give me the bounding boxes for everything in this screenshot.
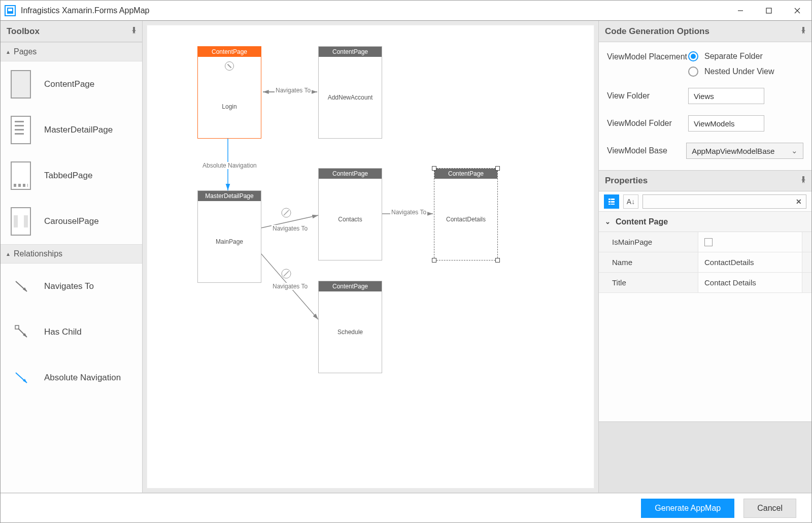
property-ismainpage-value[interactable] xyxy=(698,232,802,252)
tool-masterdetailpage[interactable]: MasterDetailPage xyxy=(1,107,142,153)
edge-label: Navigates To xyxy=(272,283,309,290)
toolbox-title: Toolbox xyxy=(7,26,40,37)
node-mainpage[interactable]: MasterDetailPage MainPage xyxy=(197,190,261,283)
node-login[interactable]: ContentPage Login xyxy=(197,46,261,139)
window-close-button[interactable] xyxy=(783,1,811,21)
node-addnewaccount[interactable]: ContentPage AddNewAccount xyxy=(318,46,382,139)
edge-label: Navigates To xyxy=(390,209,427,216)
codegen-title: Code Generation Options xyxy=(605,26,709,37)
radio-separate-folder[interactable]: Separate Folder xyxy=(688,51,803,61)
carouselpage-icon xyxy=(11,207,31,236)
properties-category[interactable]: ⌄ Content Page xyxy=(599,212,811,232)
selection-handle[interactable] xyxy=(495,258,500,263)
checkbox-icon[interactable] xyxy=(704,238,713,246)
canvas-area: ContentPage Login ContentPage AddNewAcco… xyxy=(143,21,598,493)
svg-rect-27 xyxy=(611,201,615,203)
app-title: Infragistics Xamarin.Forms AppMap xyxy=(21,6,149,15)
properties-spacer xyxy=(599,293,811,421)
clear-icon[interactable]: ✕ xyxy=(796,198,802,206)
cancel-button[interactable]: Cancel xyxy=(743,499,796,518)
chevron-down-icon: ⌄ xyxy=(605,218,611,225)
edge-label: Absolute Navigation xyxy=(201,162,258,169)
pin-icon[interactable] xyxy=(131,26,137,37)
pin-icon[interactable] xyxy=(800,26,806,37)
tabbedpage-icon xyxy=(11,161,31,190)
node-type-label: ContentPage xyxy=(319,169,382,179)
alphabetical-view-button[interactable]: A↓ xyxy=(623,194,638,209)
node-type-label: MasterDetailPage xyxy=(198,191,261,201)
svg-point-21 xyxy=(282,269,291,278)
chevron-down-icon: ⌄ xyxy=(791,146,798,155)
viewmodel-folder-label: ViewModel Folder xyxy=(607,118,688,129)
navigates-arrow-icon xyxy=(13,277,31,296)
tool-absolute-navigation[interactable]: Absolute Navigation xyxy=(1,355,142,401)
svg-rect-9 xyxy=(15,325,19,329)
svg-point-18 xyxy=(282,208,291,217)
edge-label: Navigates To xyxy=(275,87,312,94)
svg-rect-4 xyxy=(766,8,771,13)
properties-description-area xyxy=(599,421,811,493)
selection-handle[interactable] xyxy=(495,166,500,171)
properties-toolbar: A↓ ✕ xyxy=(599,191,811,212)
haschild-arrow-icon xyxy=(13,323,31,341)
property-title-value[interactable]: Contact Details xyxy=(698,273,802,292)
codegen-body: ViewModel Placement Separate Folder Nest… xyxy=(599,42,811,170)
toolbox-panel: Toolbox ▴ Pages ContentPage MasterDetail… xyxy=(1,21,143,493)
toolbox-section-pages[interactable]: ▴ Pages xyxy=(1,42,142,61)
toolbox-section-relationships[interactable]: ▴ Relationships xyxy=(1,244,142,264)
node-type-label: ContentPage xyxy=(198,47,261,57)
svg-rect-2 xyxy=(8,11,13,13)
chevron-up-icon: ▴ xyxy=(7,48,10,55)
node-type-label: ContentPage xyxy=(434,169,497,179)
generate-appmap-button[interactable]: Generate AppMap xyxy=(641,499,734,518)
title-bar: Infragistics Xamarin.Forms AppMap xyxy=(1,1,811,21)
tool-carouselpage[interactable]: CarouselPage xyxy=(1,199,142,244)
svg-line-22 xyxy=(284,271,289,276)
window-maximize-button[interactable] xyxy=(755,1,783,21)
svg-rect-28 xyxy=(608,204,611,205)
node-type-label: ContentPage xyxy=(319,281,382,291)
tool-tabbedpage[interactable]: TabbedPage xyxy=(1,153,142,199)
radio-off-icon xyxy=(688,67,698,77)
node-contactdetails[interactable]: ContentPage ContactDetails xyxy=(434,168,498,260)
svg-rect-0 xyxy=(5,6,15,16)
diagram-canvas[interactable]: ContentPage Login ContentPage AddNewAcco… xyxy=(147,25,594,488)
svg-rect-24 xyxy=(608,199,611,200)
tool-navigates-to[interactable]: Navigates To xyxy=(1,264,142,309)
svg-rect-26 xyxy=(608,201,611,203)
node-contacts[interactable]: ContentPage Contacts xyxy=(318,168,382,260)
tool-contentpage[interactable]: ContentPage xyxy=(1,61,142,107)
compass-icon xyxy=(225,61,234,71)
absolute-arrow-icon xyxy=(13,369,31,387)
edge-label: Navigates To xyxy=(272,225,309,232)
categorized-view-button[interactable] xyxy=(604,194,619,209)
pin-icon[interactable] xyxy=(800,176,806,186)
property-row-ismainpage: IsMainPage xyxy=(599,232,811,252)
selection-handle[interactable] xyxy=(432,258,436,263)
properties-header: Properties xyxy=(599,170,811,191)
node-type-label: ContentPage xyxy=(319,47,382,57)
dialog-footer: Generate AppMap Cancel xyxy=(1,493,811,522)
toolbox-header: Toolbox xyxy=(1,21,142,42)
node-name: ContactDetails xyxy=(434,179,497,260)
node-name: Login xyxy=(198,75,261,138)
property-name-value[interactable]: ContactDetails xyxy=(698,252,802,272)
node-schedule[interactable]: ContentPage Schedule xyxy=(318,281,382,373)
viewmodel-folder-input[interactable] xyxy=(688,115,764,132)
selection-handle[interactable] xyxy=(432,166,436,171)
svg-rect-29 xyxy=(611,204,615,205)
radio-on-icon xyxy=(688,51,698,61)
node-name: Contacts xyxy=(319,179,382,260)
right-panels: Code Generation Options ViewModel Placem… xyxy=(598,21,811,493)
svg-line-19 xyxy=(284,210,289,215)
properties-title: Properties xyxy=(605,176,648,186)
radio-nested-under-view[interactable]: Nested Under View xyxy=(688,67,803,77)
vm-placement-label: ViewModel Placement xyxy=(607,51,688,62)
view-folder-input[interactable] xyxy=(688,88,764,104)
contentpage-icon xyxy=(11,70,31,99)
viewmodel-base-select[interactable]: AppMapViewModelBase ⌄ xyxy=(686,143,803,159)
window-minimize-button[interactable] xyxy=(726,1,755,21)
tool-has-child[interactable]: Has Child xyxy=(1,309,142,355)
svg-rect-25 xyxy=(611,199,615,200)
properties-search-input[interactable]: ✕ xyxy=(642,194,806,209)
